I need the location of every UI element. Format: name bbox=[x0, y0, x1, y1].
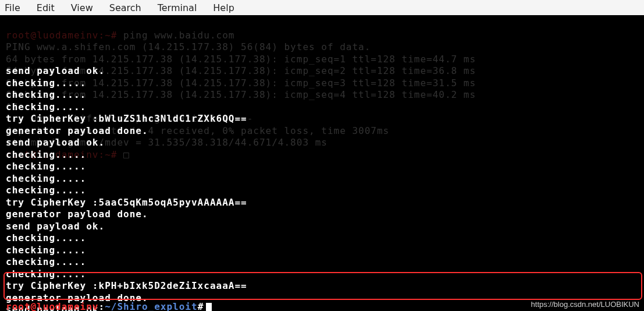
output-line: checking..... bbox=[6, 89, 86, 100]
output-line: checking..... bbox=[6, 101, 86, 112]
output-line: checking..... bbox=[6, 161, 86, 172]
output-line: checking..... bbox=[6, 173, 86, 184]
terminal-output[interactable]: root@luodameinv:~# ping www.baidu.com PI… bbox=[0, 15, 644, 311]
output-line: checking..... bbox=[6, 185, 86, 196]
prompt[interactable]: root@luodameinv:~/Shiro_exploit# bbox=[6, 301, 212, 311]
output-line: send payload ok. bbox=[6, 65, 105, 76]
output-line: send payload ok. bbox=[6, 137, 105, 148]
menu-terminal[interactable]: Terminal bbox=[158, 2, 197, 13]
output-line: generator payload done. bbox=[6, 208, 148, 220]
output-line: checking..... bbox=[6, 77, 86, 89]
prompt-path: ~/Shiro_exploit bbox=[105, 301, 198, 311]
output-line: send payload ok. bbox=[6, 221, 105, 232]
menu-view[interactable]: View bbox=[71, 2, 93, 13]
output-line: try CipherKey :5aaC5qKm5oqA5pyvAAAAAA== bbox=[6, 197, 247, 208]
watermark: https://blog.csdn.net/LUOBIKUN bbox=[531, 300, 639, 309]
prompt-user: root@luodameinv bbox=[6, 301, 99, 311]
output-line: checking..... bbox=[6, 232, 86, 243]
output-line: try CipherKey :kPH+bIxk5D2deZiIxcaaaA== bbox=[6, 280, 247, 291]
output-line: checking..... bbox=[6, 245, 86, 256]
cursor-icon bbox=[206, 303, 212, 311]
output-line: checking..... bbox=[6, 149, 86, 160]
prompt-separator: : bbox=[99, 301, 105, 311]
menu-file[interactable]: File bbox=[5, 2, 20, 13]
prompt-hash: # bbox=[198, 301, 204, 311]
output-line: try CipherKey :bWluZS1hc3NldC1rZXk6QQ== bbox=[6, 113, 247, 124]
output-line: checking..... bbox=[6, 268, 86, 280]
menu-edit[interactable]: Edit bbox=[37, 2, 55, 13]
menu-help[interactable]: Help bbox=[213, 2, 234, 13]
output-line: checking..... bbox=[6, 256, 86, 267]
script-output: send payload ok. checking..... checking.… bbox=[6, 54, 644, 312]
menu-search[interactable]: Search bbox=[109, 2, 141, 13]
output-line: generator payload done. bbox=[6, 125, 148, 136]
menubar: File Edit View Search Terminal Help bbox=[0, 0, 644, 15]
